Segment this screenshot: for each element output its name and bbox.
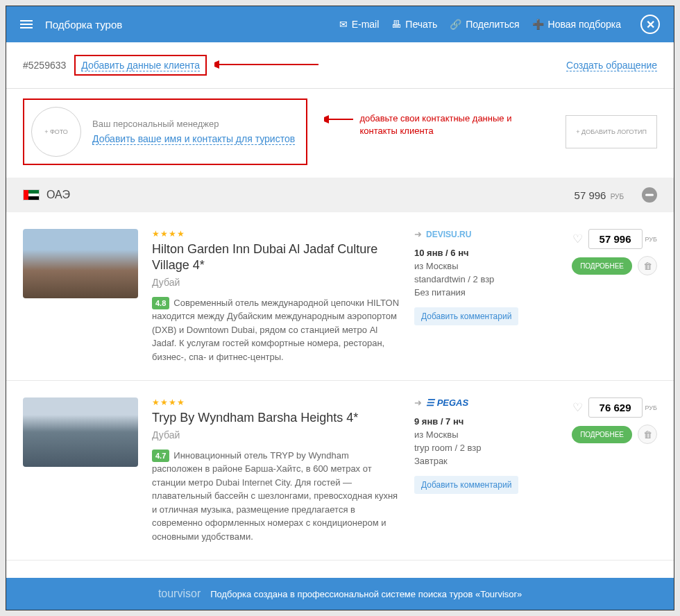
link-icon: 🔗 <box>450 19 461 30</box>
annotation-arrow-1 <box>214 59 318 70</box>
add-comment-button[interactable]: Добавить комментарий <box>414 476 518 494</box>
add-client-link[interactable]: Добавить данные клиента <box>81 60 200 71</box>
country-total-price: 57 996 РУБ <box>575 189 624 201</box>
rating-badge: 4.7 <box>152 450 169 463</box>
manager-label: Ваш персональный менеджер <box>92 119 295 129</box>
tour-meal: Завтрак <box>414 456 553 466</box>
email-label: E-mail <box>352 19 380 30</box>
details-button[interactable]: ПОДРОБНЕЕ <box>572 426 632 443</box>
rating-badge: 4.8 <box>152 297 169 310</box>
tour-room: standardtwin / 2 взр <box>414 274 553 284</box>
tour-from: из Москвы <box>414 429 553 440</box>
add-manager-contacts-link[interactable]: Добавить ваше имя и контакты для туристо… <box>92 133 295 145</box>
favorite-icon[interactable]: ♡ <box>572 401 583 414</box>
tour-operator: ➜ DEVISU.RU <box>414 229 553 239</box>
favorite-icon[interactable]: ♡ <box>572 232 583 246</box>
country-name: ОАЭ <box>46 189 70 201</box>
header-bar: Подборка туров ✉E-mail 🖶Печать 🔗Поделить… <box>6 6 674 42</box>
footer-text: Подборка создана в профессиональной сист… <box>210 589 522 599</box>
stars-icon: ★★★★ <box>152 397 400 407</box>
tour-name[interactable]: Tryp By Wyndham Barsha Heights 4* <box>152 410 400 426</box>
remove-country-button[interactable] <box>642 187 657 203</box>
trash-icon: 🗑 <box>643 261 652 271</box>
arrow-icon: ➜ <box>414 397 422 408</box>
tour-city: Дубай <box>152 429 400 440</box>
tour-item: ★★★★ Tryp By Wyndham Barsha Heights 4* Д… <box>6 381 674 561</box>
new-label: Новая подборка <box>548 19 621 30</box>
price-input[interactable]: 57 996 <box>588 229 643 249</box>
menu-icon[interactable] <box>20 20 33 28</box>
delete-button[interactable]: 🗑 <box>638 256 657 275</box>
arrow-icon: ➜ <box>414 229 422 239</box>
manager-row: + ФОТО Ваш персональный менеджер Добавит… <box>6 89 674 178</box>
add-comment-button[interactable]: Добавить комментарий <box>414 307 518 325</box>
close-icon: ✕ <box>646 18 655 31</box>
annotation-arrow-2 <box>324 115 353 123</box>
manager-highlight: + ФОТО Ваш персональный менеджер Добавит… <box>23 99 307 165</box>
tour-date: 9 янв / 7 нч <box>414 416 553 427</box>
tour-city: Дубай <box>152 277 400 288</box>
share-label: Поделиться <box>466 19 519 30</box>
tour-description: 4.7Инновационный отель TRYP by Wyndham р… <box>152 449 400 544</box>
footer-logo: tourvisor <box>158 588 201 600</box>
tour-operator: ➜ ☰ PEGAS <box>414 397 553 408</box>
tour-item: ★★★★ Hilton Garden Inn Dubai Al Jadaf Cu… <box>6 212 674 381</box>
tour-from: из Москвы <box>414 261 553 271</box>
stars-icon: ★★★★ <box>152 229 400 239</box>
country-bar: ОАЭ 57 996 РУБ <box>6 178 674 212</box>
annotation-text: добавьте свои контактные данные и контак… <box>360 112 550 137</box>
price-input[interactable]: 76 629 <box>588 397 643 418</box>
footer: tourvisor Подборка создана в профессиона… <box>6 578 674 610</box>
email-button[interactable]: ✉E-mail <box>339 19 380 30</box>
email-icon: ✉ <box>339 19 348 30</box>
currency-label: РУБ <box>645 404 657 411</box>
delete-button[interactable]: 🗑 <box>638 425 657 444</box>
print-button[interactable]: 🖶Печать <box>391 19 437 30</box>
tour-room: tryp room / 2 взр <box>414 443 553 453</box>
print-label: Печать <box>405 19 437 30</box>
close-button[interactable]: ✕ <box>640 15 660 34</box>
currency-label: РУБ <box>645 236 657 243</box>
tour-image[interactable] <box>23 397 138 467</box>
page-title: Подборка туров <box>45 19 122 31</box>
plus-icon: ➕ <box>532 19 544 30</box>
uae-flag-icon <box>23 189 40 200</box>
details-button[interactable]: ПОДРОБНЕЕ <box>572 257 632 275</box>
tours-list: ★★★★ Hilton Garden Inn Dubai Al Jadaf Cu… <box>6 212 674 578</box>
tour-name[interactable]: Hilton Garden Inn Dubai Al Jadaf Culture… <box>152 241 400 274</box>
order-number: #5259633 <box>23 60 66 71</box>
add-client-highlight: Добавить данные клиента <box>74 55 207 76</box>
tour-description: 4.8Современный отель международной цепоч… <box>152 296 400 364</box>
subheader: #5259633 Добавить данные клиента Создать… <box>6 42 674 89</box>
add-photo-button[interactable]: + ФОТО <box>31 107 81 157</box>
tour-date: 10 янв / 6 нч <box>414 248 553 258</box>
trash-icon: 🗑 <box>643 429 652 440</box>
create-request-link[interactable]: Создать обращение <box>566 60 657 71</box>
share-button[interactable]: 🔗Поделиться <box>450 19 519 30</box>
tour-meal: Без питания <box>414 287 553 298</box>
print-icon: 🖶 <box>391 19 401 30</box>
add-logo-button[interactable]: + ДОБАВИТЬ ЛОГОТИП <box>566 115 657 148</box>
new-selection-button[interactable]: ➕Новая подборка <box>532 19 621 30</box>
tour-image[interactable] <box>23 229 138 298</box>
